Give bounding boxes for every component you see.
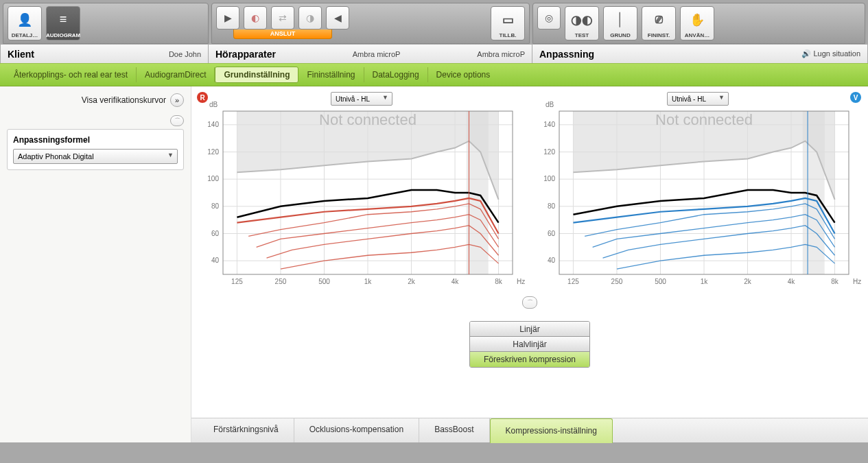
slider-single-icon: │ [616, 7, 624, 32]
sliders-icon: ⎚ [655, 7, 663, 32]
hand-ha-icon: ✋ [690, 7, 705, 32]
user-button[interactable]: ✋ANVÄN… [680, 6, 714, 40]
svg-text:Not connected: Not connected [319, 111, 417, 128]
audiogram-icon: ≡ [60, 7, 67, 32]
left-ha-button[interactable]: ◐ [244, 6, 267, 29]
svg-text:500: 500 [655, 278, 666, 285]
svg-text:1k: 1k [364, 278, 373, 285]
svg-text:1k: 1k [701, 278, 709, 285]
fitting-tab-2[interactable]: Grundinställning [215, 67, 298, 83]
svg-text:40: 40 [211, 257, 220, 264]
compression-option-0[interactable]: Linjär [470, 322, 589, 337]
svg-text:140: 140 [207, 121, 219, 128]
svg-text:8k: 8k [495, 278, 503, 285]
svg-text:Not connected: Not connected [655, 111, 753, 128]
mute-button[interactable]: ◀ [326, 6, 349, 29]
verification-label: Visa verifikationskurvor [82, 95, 166, 105]
svg-text:80: 80 [211, 202, 220, 210]
accessories-button[interactable]: ▭TILLB. [491, 6, 525, 40]
svg-text:250: 250 [275, 278, 287, 285]
left-ear-badge: V [850, 92, 861, 103]
bottom-tab-1[interactable]: Ocklusions-kompensation [294, 418, 419, 442]
toolbar-group-instruments: ▶ ◐ ⇄ ◑ ◀ ANSLUT ▭TILLB. [211, 3, 530, 44]
right-ha-button[interactable]: ◑ [298, 6, 322, 29]
chart-view-select-right[interactable]: Utnivå - HL [667, 92, 729, 106]
content-area: R Utnivå - HL Not connected4060801001201… [191, 86, 868, 442]
test-button[interactable]: ◑◐TEST [565, 6, 599, 40]
fitting-tab-4[interactable]: DataLogging [364, 67, 428, 82]
ears-icon: ◑◐ [571, 7, 593, 32]
formula-select[interactable]: Adaptiv Phonak Digital [13, 149, 178, 164]
sidebar: Visa verifikationskurvor » ⌒ Anpassnings… [0, 86, 191, 442]
fitting-tab-1[interactable]: AudiogramDirect [137, 67, 215, 82]
compression-options: LinjärHalvlinjärFöreskriven kompression [469, 321, 590, 368]
chart-left-ear: Utnivå - HL Not connected406080100120140… [533, 92, 863, 292]
connect-button[interactable]: ANSLUT [233, 29, 332, 39]
toolbar-group-client: 👤DETALJ… ≡AUDIOGRAM [3, 3, 209, 44]
svg-text:60: 60 [548, 230, 556, 237]
svg-text:dB: dB [546, 101, 554, 108]
top-toolbar: 👤DETALJ… ≡AUDIOGRAM ▶ ◐ ⇄ ◑ ◀ ANSLUT ▭TI… [0, 0, 868, 44]
compression-option-1[interactable]: Halvlinjär [470, 337, 589, 352]
svg-text:40: 40 [548, 257, 556, 264]
svg-text:8k: 8k [831, 278, 839, 285]
svg-text:4k: 4k [451, 278, 460, 285]
svg-text:125: 125 [567, 278, 579, 285]
chart-right-ear: Utnivå - HL Not connected406080100120140… [197, 92, 526, 292]
play-button[interactable]: ▶ [216, 6, 239, 29]
compression-option-2[interactable]: Föreskriven kompression [470, 352, 589, 367]
fitting-tab-3[interactable]: Fininställning [298, 67, 364, 82]
link-button[interactable]: ⇄ [271, 6, 294, 29]
main-area: Visa verifikationskurvor » ⌒ Anpassnings… [0, 86, 868, 442]
toolbar-group-fitting: ◎ ◑◐TEST │GRUND ⎚FININST. ✋ANVÄN… [532, 3, 865, 44]
info-fitting: Anpassning 🔊 Lugn situation [532, 44, 868, 63]
svg-text:100: 100 [543, 175, 555, 182]
link-charts-toggle[interactable]: ⌒ [522, 296, 537, 309]
svg-text:2k: 2k [744, 278, 752, 285]
info-hearing-aids: Hörapparater Ambra microP Ambra microP [209, 44, 532, 63]
svg-text:2k: 2k [408, 278, 416, 285]
info-client: KlientDoe John [0, 44, 209, 63]
svg-text:140: 140 [543, 121, 555, 128]
bottom-tab-2[interactable]: BassBoost [419, 418, 489, 442]
audiogram-button[interactable]: ≡AUDIOGRAM [46, 6, 80, 40]
remote-icon: ▭ [502, 7, 514, 32]
client-details-button[interactable]: 👤DETALJ… [8, 6, 42, 40]
formula-title: Anpassningsformel [13, 135, 178, 145]
svg-text:250: 250 [611, 278, 623, 285]
target-icon-button[interactable]: ◎ [537, 6, 561, 29]
info-bar: KlientDoe John Hörapparater Ambra microP… [0, 44, 868, 63]
svg-text:125: 125 [231, 278, 243, 285]
fitting-tab-5[interactable]: Device options [428, 67, 499, 82]
right-ear-badge: R [197, 92, 208, 103]
basic-button[interactable]: │GRUND [603, 6, 637, 40]
svg-text:Hz: Hz [853, 278, 861, 285]
fitting-tabs: Återkopplings- och real ear testAudiogra… [0, 63, 868, 86]
fitting-tab-0[interactable]: Återkopplings- och real ear test [5, 67, 137, 82]
svg-text:Hz: Hz [517, 278, 525, 285]
svg-text:500: 500 [318, 278, 330, 285]
svg-text:100: 100 [207, 175, 219, 182]
svg-text:120: 120 [543, 148, 555, 156]
svg-text:4k: 4k [788, 278, 796, 285]
formula-panel: Anpassningsformel Adaptiv Phonak Digital [7, 129, 184, 170]
svg-text:80: 80 [548, 202, 556, 210]
svg-text:dB: dB [209, 101, 218, 108]
chart-view-select-left[interactable]: Utnivå - HL [331, 92, 392, 106]
bottom-tab-3[interactable]: Kompressions-inställning [490, 418, 613, 443]
bottom-tab-0[interactable]: Förstärkningsnivå [198, 418, 294, 442]
svg-text:60: 60 [211, 230, 220, 237]
fine-tuning-button[interactable]: ⎚FININST. [642, 6, 676, 40]
svg-text:120: 120 [207, 148, 219, 156]
bottom-tabs: FörstärkningsnivåOcklusions-kompensation… [191, 418, 868, 442]
verification-expand-button[interactable]: » [170, 93, 184, 107]
person-icon: 👤 [17, 7, 32, 32]
link-ears-toggle[interactable]: ⌒ [170, 115, 184, 126]
speaker-icon: 🔊 [801, 49, 811, 58]
